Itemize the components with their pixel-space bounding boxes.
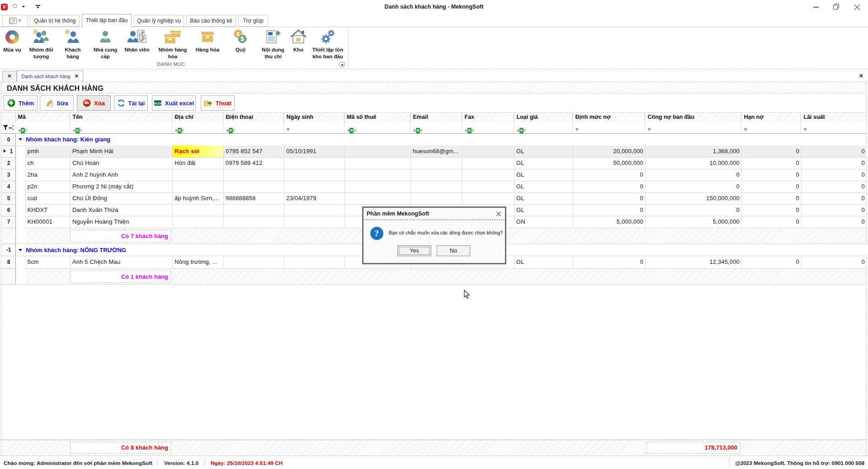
svg-text:XLSX: XLSX bbox=[154, 102, 162, 105]
svg-text:$: $ bbox=[241, 35, 244, 42]
